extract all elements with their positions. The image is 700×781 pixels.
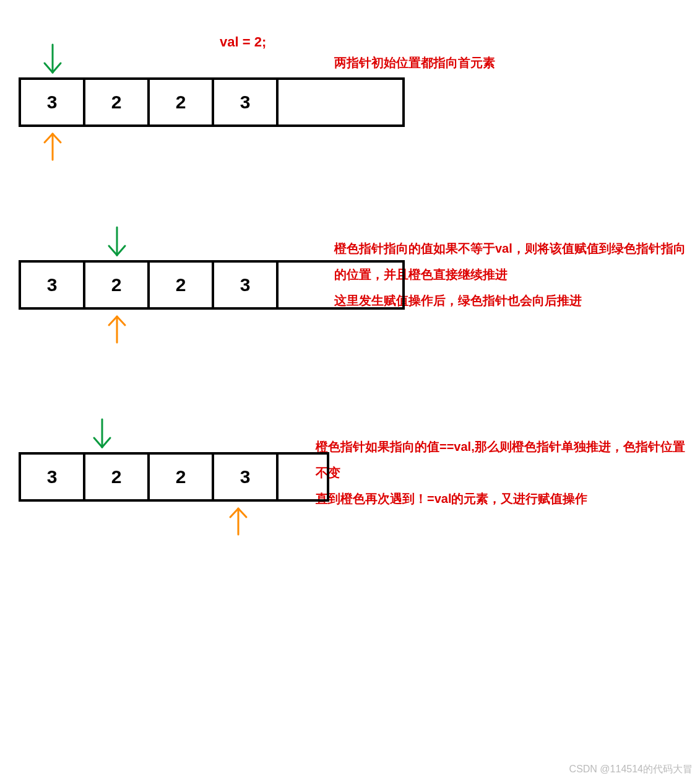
step1-cell-3: 3 (212, 77, 276, 127)
svg-line-11 (117, 316, 125, 325)
diagram-canvas: val = 2; 两指针初始位置都指向首元素 3 2 2 3 橙色指针指向的值如… (0, 0, 700, 781)
svg-line-4 (45, 134, 53, 142)
step3-array: 3 2 2 3 (19, 452, 329, 502)
step2-cell-2: 2 (147, 260, 212, 310)
step2-cell-0: 3 (19, 260, 83, 310)
green-pointer-icon (102, 227, 132, 264)
step1-array: 3 2 2 3 (19, 77, 405, 127)
step2-cell-1: 2 (83, 260, 147, 310)
svg-line-14 (102, 438, 110, 447)
svg-line-10 (109, 316, 117, 325)
svg-line-5 (53, 134, 61, 142)
svg-line-17 (238, 508, 246, 517)
step3-cell-0: 3 (19, 452, 83, 502)
svg-line-13 (94, 438, 102, 447)
step3-cell-3: 3 (212, 452, 276, 502)
step2-cell-3: 3 (212, 260, 276, 310)
green-pointer-icon (87, 419, 118, 456)
val-label: val = 2; (220, 34, 266, 50)
step3-caption: 橙色指针如果指向的值==val,那么则橙色指针单独推进，色指针位置不变 直到橙色… (316, 434, 693, 512)
watermark: CSDN @114514的代码大冒 (569, 763, 693, 776)
orange-pointer-icon (223, 504, 254, 540)
step1-cell-1: 2 (83, 77, 147, 127)
step1-caption: 两指针初始位置都指向首元素 (334, 50, 495, 76)
step3-cell-2: 2 (147, 452, 212, 502)
step3-cell-4 (276, 452, 329, 502)
svg-line-16 (230, 508, 238, 517)
step1-cell-4 (276, 77, 405, 127)
step1-cell-0: 3 (19, 77, 83, 127)
svg-line-1 (45, 63, 53, 72)
svg-line-7 (109, 246, 117, 255)
svg-line-2 (53, 63, 61, 72)
green-pointer-icon (37, 45, 68, 81)
orange-pointer-icon (37, 129, 68, 165)
step2-cell-4 (276, 260, 405, 310)
step2-array: 3 2 2 3 (19, 260, 405, 310)
orange-pointer-icon (102, 312, 132, 348)
step1-cell-2: 2 (147, 77, 212, 127)
svg-line-8 (117, 246, 125, 255)
step3-cell-1: 2 (83, 452, 147, 502)
